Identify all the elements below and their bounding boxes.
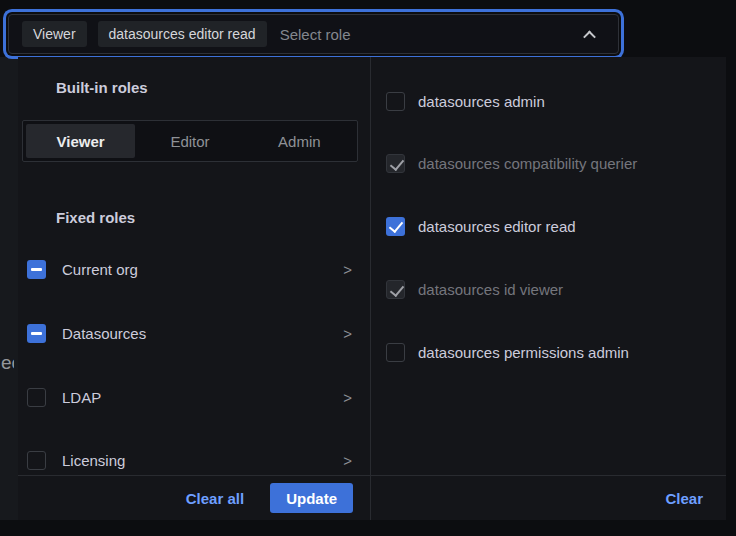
select-placeholder: Select role bbox=[280, 26, 351, 43]
angle-right-icon: > bbox=[343, 326, 352, 341]
role-label: datasources compatibility querier bbox=[418, 155, 637, 172]
angle-right-icon: > bbox=[343, 390, 352, 405]
role-option-row[interactable]: datasources permissions admin bbox=[371, 324, 726, 380]
roles-column-right: datasources admin datasources compatibil… bbox=[371, 57, 726, 520]
group-checkbox[interactable] bbox=[27, 388, 46, 407]
clear-link[interactable]: Clear bbox=[665, 490, 703, 507]
group-label: Licensing bbox=[62, 452, 125, 469]
role-label: datasources admin bbox=[418, 93, 545, 110]
update-button[interactable]: Update bbox=[270, 483, 353, 513]
angle-right-icon: > bbox=[343, 453, 352, 468]
group-checkbox[interactable] bbox=[27, 451, 46, 470]
group-checkbox[interactable] bbox=[27, 324, 46, 343]
role-option-row[interactable]: datasources editor read bbox=[371, 198, 726, 254]
role-checkbox[interactable] bbox=[386, 154, 405, 173]
role-checkbox[interactable] bbox=[386, 92, 405, 111]
role-option-row[interactable]: datasources admin bbox=[371, 73, 726, 129]
left-footer: Clear all Update bbox=[18, 475, 370, 520]
background-page-strip: ec bbox=[0, 57, 18, 520]
role-label: datasources id viewer bbox=[418, 281, 563, 298]
chevron-up-icon[interactable] bbox=[583, 31, 596, 44]
group-label: Current org bbox=[62, 261, 138, 278]
role-select-input[interactable]: Viewerdatasources editor read Select rol… bbox=[8, 14, 619, 54]
fixed-role-group-row[interactable]: LDAP > bbox=[18, 369, 370, 425]
background-clipped-text: ec bbox=[1, 352, 14, 378]
selected-role-tags: Viewerdatasources editor read bbox=[22, 21, 267, 47]
role-label: datasources permissions admin bbox=[418, 344, 629, 361]
group-label: LDAP bbox=[62, 389, 101, 406]
group-checkbox[interactable] bbox=[27, 260, 46, 279]
role-option-row[interactable]: datasources id viewer bbox=[371, 261, 726, 317]
roles-column-left: Built-in roles ViewerEditorAdmin Fixed r… bbox=[18, 57, 371, 520]
clear-all-link[interactable]: Clear all bbox=[186, 490, 244, 507]
fixed-role-group-row[interactable]: Datasources > bbox=[18, 305, 370, 361]
role-picker-dropdown: Built-in roles ViewerEditorAdmin Fixed r… bbox=[18, 57, 726, 520]
role-checkbox[interactable] bbox=[386, 280, 405, 299]
fixed-role-group-row[interactable]: Current org > bbox=[18, 241, 370, 297]
group-label: Datasources bbox=[62, 325, 146, 342]
role-checkbox[interactable] bbox=[386, 217, 405, 236]
right-footer: Clear bbox=[371, 475, 726, 520]
role-options-list: datasources admin datasources compatibil… bbox=[371, 57, 726, 520]
role-tag[interactable]: datasources editor read bbox=[98, 21, 267, 47]
role-tag[interactable]: Viewer bbox=[22, 21, 87, 47]
role-label: datasources editor read bbox=[418, 218, 576, 235]
angle-right-icon: > bbox=[343, 262, 352, 277]
role-checkbox[interactable] bbox=[386, 343, 405, 362]
fixed-role-groups-list: Current org > Datasources > LDAP > Licen… bbox=[18, 57, 370, 520]
role-option-row[interactable]: datasources compatibility querier bbox=[371, 135, 726, 191]
